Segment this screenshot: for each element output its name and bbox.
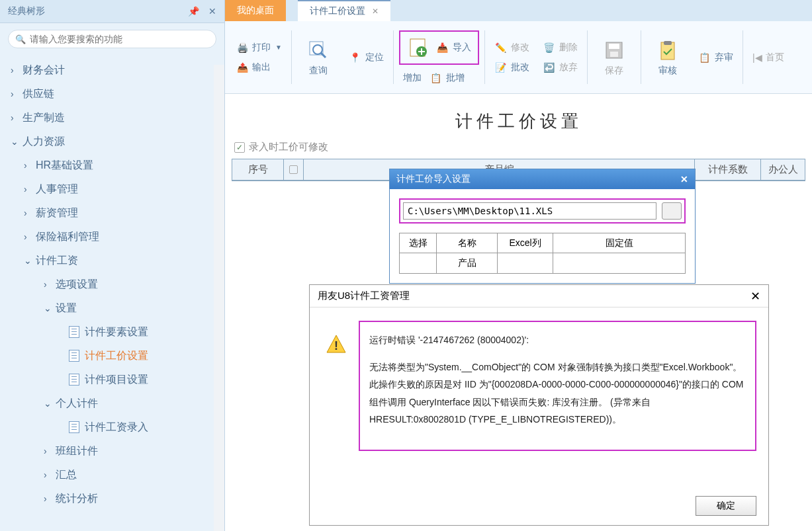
editable-check-row[interactable]: ✓ 录入时工价可修改 [225, 141, 812, 159]
svg-rect-9 [610, 52, 618, 57]
locate-button[interactable]: 📍定位 [349, 51, 384, 64]
import-dialog-header[interactable]: 计件工价导入设置 ✕ [390, 169, 695, 189]
tree-item-label: HR基础设置 [36, 159, 93, 173]
import-close-icon[interactable]: ✕ [680, 174, 688, 184]
tab-active-label: 计件工价设置 [310, 5, 365, 17]
tree-item[interactable]: ›统计分析 [4, 487, 224, 511]
grid-col-seq[interactable]: 序号 [232, 159, 284, 180]
chevron-right-icon: › [24, 184, 36, 194]
batch-add-button[interactable]: 📋批增 [429, 71, 465, 85]
tab-close-icon[interactable]: ✕ [372, 7, 379, 16]
tree-item[interactable]: ›生产制造 [4, 106, 224, 130]
print-button[interactable]: 🖨️打印▼ [236, 41, 282, 54]
tree-item-label: 班组计件 [56, 444, 98, 458]
chevron-right-icon: › [44, 493, 56, 504]
clipboard-icon [656, 38, 680, 62]
error-line2: 无法将类型为"System.__ComObject"的 COM 对象强制转换为接… [369, 358, 746, 429]
file-path-input[interactable] [403, 202, 656, 220]
tree-item[interactable]: ›供应链 [4, 82, 224, 106]
tree-item[interactable]: ⌄计件工资 [4, 249, 224, 272]
tree-item[interactable]: ›财务会计 [4, 58, 224, 82]
tree-item[interactable]: 计件工价设置 [4, 344, 224, 368]
chevron-right-icon: › [24, 231, 36, 242]
svg-rect-8 [609, 44, 619, 49]
import-cell-fixed[interactable] [553, 253, 685, 273]
sidebar-scrollbar[interactable] [214, 65, 224, 531]
tree-item[interactable]: 计件工资录入 [4, 415, 224, 439]
import-col-excel[interactable]: Excel列 [498, 233, 553, 253]
chevron-right-icon: › [24, 208, 36, 218]
discard-button[interactable]: ↩️放弃 [543, 61, 578, 74]
grid-col-coeff[interactable]: 计件系数 [695, 159, 761, 180]
error-dialog-title: 用友U8计件工资管理 [318, 290, 410, 302]
sidebar: 经典树形 📌 ✕ 🔍 ›财务会计›供应链›生产制造⌄人力资源›HR基础设置›人事… [0, 0, 225, 531]
tree-item[interactable]: ⌄设置 [4, 296, 224, 320]
search-box[interactable]: 🔍 [8, 30, 216, 48]
abandon-icon: 📋 [698, 51, 711, 64]
chevron-right-icon: › [24, 160, 36, 171]
import-cell-excel[interactable] [498, 253, 553, 273]
tree-item-label: 选项设置 [56, 278, 98, 292]
sidebar-title: 经典树形 [8, 5, 45, 17]
import-cell-name[interactable]: 产品 [437, 253, 498, 273]
import-col-fixed[interactable]: 固定值 [553, 233, 685, 253]
delete-button[interactable]: 🗑️删除 [543, 41, 578, 54]
tree-item[interactable]: ⌄个人计件 [4, 391, 224, 415]
import-dialog: 计件工价导入设置 ✕ 选择 名称 Excel列 固定值 产品 [389, 169, 696, 284]
sidebar-close-icon[interactable]: ✕ [208, 6, 216, 17]
tree-item[interactable]: 计件项目设置 [4, 368, 224, 391]
import-col-select[interactable]: 选择 [400, 233, 437, 253]
tree-item[interactable]: ›HR基础设置 [4, 153, 224, 177]
save-button[interactable]: 保存 [597, 36, 631, 79]
import-cell-select[interactable] [400, 253, 437, 273]
tree-item-label: 计件要素设置 [85, 325, 148, 339]
tree-item[interactable]: ›人事管理 [4, 177, 224, 201]
error-message-box: 运行时错误 '-2147467262 (80004002)': 无法将类型为"S… [359, 321, 756, 451]
tree-item[interactable]: ›汇总 [4, 463, 224, 487]
document-icon [69, 326, 79, 338]
pencil-icon: ✏️ [494, 41, 508, 54]
delete-icon: 🗑️ [543, 41, 556, 54]
chevron-down-icon: ⌄ [44, 398, 56, 409]
error-line1: 运行时错误 '-2147467262 (80004002)': [369, 331, 746, 349]
grid-col-office[interactable]: 办公人 [761, 159, 805, 180]
tree-item[interactable]: 计件要素设置 [4, 320, 224, 344]
tree-item-label: 计件项目设置 [85, 373, 148, 387]
add-icon[interactable] [407, 36, 431, 60]
tree-item[interactable]: ›保险福利管理 [4, 225, 224, 249]
tree-item[interactable]: ›选项设置 [4, 272, 224, 296]
import-button[interactable]: 📥导入 [436, 41, 471, 54]
discard-icon: ↩️ [543, 61, 556, 74]
grid-col-check[interactable] [284, 159, 304, 180]
page-title: 计件工价设置 [225, 94, 812, 141]
tab-desktop[interactable]: 我的桌面 [225, 0, 286, 21]
warning-icon: ! [326, 334, 347, 355]
checkbox-icon[interactable]: ✓ [234, 142, 245, 153]
pin-icon[interactable]: 📌 [188, 6, 199, 17]
audit-button[interactable]: 审核 [651, 36, 685, 79]
tab-active[interactable]: 计件工价设置 ✕ [298, 0, 390, 21]
import-col-name[interactable]: 名称 [437, 233, 498, 253]
error-dialog-header[interactable]: 用友U8计件工资管理 ✕ [310, 285, 768, 307]
ok-button[interactable]: 确定 [696, 496, 756, 516]
first-page-button[interactable]: |◀首页 [752, 52, 784, 63]
sidebar-search-row: 🔍 [0, 23, 224, 55]
error-close-icon[interactable]: ✕ [750, 289, 760, 304]
document-icon [69, 421, 79, 433]
browse-button[interactable] [662, 202, 682, 220]
tree-item[interactable]: ›班组计件 [4, 439, 224, 463]
tree-item-label: 薪资管理 [36, 206, 78, 220]
chevron-right-icon: › [11, 112, 23, 123]
modify-button[interactable]: ✏️修改 [494, 41, 529, 54]
batch-modify-button[interactable]: 📝批改 [494, 61, 529, 74]
magnifier-icon [306, 38, 330, 62]
chevron-down-icon: ⌄ [11, 136, 23, 147]
tree-item[interactable]: ›薪资管理 [4, 201, 224, 225]
chevron-right-icon: › [44, 279, 56, 290]
tree-item[interactable]: ⌄人力资源 [4, 130, 224, 153]
export-button[interactable]: 📤输出 [236, 61, 282, 74]
abandon-button[interactable]: 📋弃审 [698, 51, 733, 64]
search-input[interactable] [30, 34, 209, 44]
tree-item-label: 个人计件 [56, 397, 98, 411]
query-button[interactable]: 查询 [301, 36, 336, 79]
